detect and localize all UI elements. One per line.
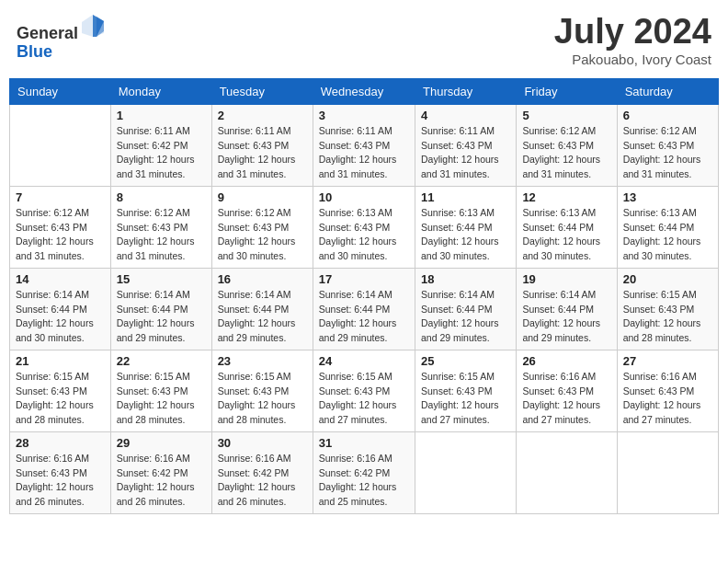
col-header-thursday: Thursday bbox=[415, 78, 516, 104]
day-info: Sunrise: 6:13 AMSunset: 6:44 PMDaylight:… bbox=[623, 207, 701, 261]
day-info: Sunrise: 6:12 AMSunset: 6:43 PMDaylight:… bbox=[218, 207, 296, 261]
day-number: 4 bbox=[421, 109, 510, 122]
location: Pakouabo, Ivory Coast bbox=[554, 52, 711, 67]
calendar-table: SundayMondayTuesdayWednesdayThursdayFrid… bbox=[9, 78, 719, 514]
day-cell: 28Sunrise: 6:16 AMSunset: 6:43 PMDayligh… bbox=[10, 431, 111, 513]
day-cell: 14Sunrise: 6:14 AMSunset: 6:44 PMDayligh… bbox=[10, 268, 111, 350]
day-cell: 11Sunrise: 6:13 AMSunset: 6:44 PMDayligh… bbox=[415, 186, 516, 268]
day-info: Sunrise: 6:16 AMSunset: 6:43 PMDaylight:… bbox=[16, 453, 94, 507]
day-cell: 16Sunrise: 6:14 AMSunset: 6:44 PMDayligh… bbox=[211, 268, 313, 350]
day-info: Sunrise: 6:15 AMSunset: 6:43 PMDaylight:… bbox=[623, 289, 701, 343]
day-info: Sunrise: 6:12 AMSunset: 6:43 PMDaylight:… bbox=[522, 125, 600, 179]
day-cell: 2Sunrise: 6:11 AMSunset: 6:43 PMDaylight… bbox=[211, 104, 313, 186]
week-row-5: 28Sunrise: 6:16 AMSunset: 6:43 PMDayligh… bbox=[10, 431, 719, 513]
day-info: Sunrise: 6:14 AMSunset: 6:44 PMDaylight:… bbox=[16, 289, 94, 343]
header-row: SundayMondayTuesdayWednesdayThursdayFrid… bbox=[10, 78, 719, 104]
day-cell: 13Sunrise: 6:13 AMSunset: 6:44 PMDayligh… bbox=[617, 186, 718, 268]
day-cell: 26Sunrise: 6:16 AMSunset: 6:43 PMDayligh… bbox=[517, 350, 617, 431]
day-info: Sunrise: 6:12 AMSunset: 6:43 PMDaylight:… bbox=[117, 207, 195, 261]
col-header-monday: Monday bbox=[110, 78, 211, 104]
day-cell bbox=[617, 431, 718, 513]
day-number: 20 bbox=[623, 272, 712, 286]
day-info: Sunrise: 6:16 AMSunset: 6:42 PMDaylight:… bbox=[117, 453, 195, 507]
day-cell: 20Sunrise: 6:15 AMSunset: 6:43 PMDayligh… bbox=[617, 268, 718, 350]
day-cell: 12Sunrise: 6:13 AMSunset: 6:44 PMDayligh… bbox=[517, 186, 617, 268]
day-number: 28 bbox=[16, 436, 105, 450]
day-number: 9 bbox=[218, 190, 307, 204]
day-info: Sunrise: 6:14 AMSunset: 6:44 PMDaylight:… bbox=[117, 289, 195, 343]
day-info: Sunrise: 6:15 AMSunset: 6:43 PMDaylight:… bbox=[421, 371, 499, 425]
day-info: Sunrise: 6:14 AMSunset: 6:44 PMDaylight:… bbox=[522, 289, 600, 343]
day-number: 11 bbox=[421, 190, 510, 204]
day-number: 10 bbox=[319, 190, 409, 204]
logo-general: General bbox=[17, 24, 78, 42]
day-info: Sunrise: 6:11 AMSunset: 6:43 PMDaylight:… bbox=[218, 125, 296, 179]
day-cell: 1Sunrise: 6:11 AMSunset: 6:42 PMDaylight… bbox=[110, 104, 211, 186]
day-cell: 31Sunrise: 6:16 AMSunset: 6:42 PMDayligh… bbox=[313, 431, 415, 513]
day-info: Sunrise: 6:15 AMSunset: 6:43 PMDaylight:… bbox=[319, 371, 397, 425]
day-info: Sunrise: 6:16 AMSunset: 6:42 PMDaylight:… bbox=[218, 453, 296, 507]
day-cell: 5Sunrise: 6:12 AMSunset: 6:43 PMDaylight… bbox=[517, 104, 617, 186]
day-cell: 9Sunrise: 6:12 AMSunset: 6:43 PMDaylight… bbox=[211, 186, 313, 268]
day-cell: 18Sunrise: 6:14 AMSunset: 6:44 PMDayligh… bbox=[415, 268, 516, 350]
day-number: 24 bbox=[319, 354, 409, 368]
day-info: Sunrise: 6:11 AMSunset: 6:43 PMDaylight:… bbox=[319, 125, 397, 179]
day-number: 17 bbox=[319, 272, 409, 286]
day-info: Sunrise: 6:14 AMSunset: 6:44 PMDaylight:… bbox=[421, 289, 499, 343]
col-header-tuesday: Tuesday bbox=[211, 78, 313, 104]
day-cell: 10Sunrise: 6:13 AMSunset: 6:43 PMDayligh… bbox=[313, 186, 415, 268]
day-info: Sunrise: 6:16 AMSunset: 6:43 PMDaylight:… bbox=[623, 371, 701, 425]
day-cell bbox=[415, 431, 516, 513]
day-number: 13 bbox=[623, 190, 712, 204]
day-number: 1 bbox=[117, 109, 206, 122]
day-number: 5 bbox=[522, 109, 610, 122]
title-block: July 2024 Pakouabo, Ivory Coast bbox=[554, 13, 711, 67]
day-cell: 6Sunrise: 6:12 AMSunset: 6:43 PMDaylight… bbox=[617, 104, 718, 186]
day-cell: 23Sunrise: 6:15 AMSunset: 6:43 PMDayligh… bbox=[211, 350, 313, 431]
col-header-sunday: Sunday bbox=[10, 78, 111, 104]
day-info: Sunrise: 6:16 AMSunset: 6:42 PMDaylight:… bbox=[319, 453, 397, 507]
day-info: Sunrise: 6:13 AMSunset: 6:43 PMDaylight:… bbox=[319, 207, 397, 261]
day-cell: 7Sunrise: 6:12 AMSunset: 6:43 PMDaylight… bbox=[10, 186, 111, 268]
day-cell: 15Sunrise: 6:14 AMSunset: 6:44 PMDayligh… bbox=[110, 268, 211, 350]
day-number: 27 bbox=[623, 354, 712, 368]
day-number: 31 bbox=[319, 436, 409, 450]
week-row-2: 7Sunrise: 6:12 AMSunset: 6:43 PMDaylight… bbox=[10, 186, 719, 268]
day-number: 26 bbox=[522, 354, 610, 368]
day-info: Sunrise: 6:11 AMSunset: 6:43 PMDaylight:… bbox=[421, 125, 499, 179]
day-number: 12 bbox=[522, 190, 610, 204]
day-number: 29 bbox=[117, 436, 206, 450]
day-number: 30 bbox=[218, 436, 307, 450]
day-info: Sunrise: 6:15 AMSunset: 6:43 PMDaylight:… bbox=[117, 371, 195, 425]
day-number: 19 bbox=[522, 272, 610, 286]
day-info: Sunrise: 6:14 AMSunset: 6:44 PMDaylight:… bbox=[319, 289, 397, 343]
day-info: Sunrise: 6:15 AMSunset: 6:43 PMDaylight:… bbox=[218, 371, 296, 425]
day-cell: 17Sunrise: 6:14 AMSunset: 6:44 PMDayligh… bbox=[313, 268, 415, 350]
day-number: 16 bbox=[218, 272, 307, 286]
day-info: Sunrise: 6:14 AMSunset: 6:44 PMDaylight:… bbox=[218, 289, 296, 343]
col-header-friday: Friday bbox=[517, 78, 617, 104]
day-cell: 8Sunrise: 6:12 AMSunset: 6:43 PMDaylight… bbox=[110, 186, 211, 268]
logo: General Blue bbox=[17, 13, 106, 62]
day-number: 18 bbox=[421, 272, 510, 286]
day-cell: 25Sunrise: 6:15 AMSunset: 6:43 PMDayligh… bbox=[415, 350, 516, 431]
day-cell: 22Sunrise: 6:15 AMSunset: 6:43 PMDayligh… bbox=[110, 350, 211, 431]
day-info: Sunrise: 6:12 AMSunset: 6:43 PMDaylight:… bbox=[623, 125, 701, 179]
day-number: 3 bbox=[319, 109, 409, 122]
day-cell: 24Sunrise: 6:15 AMSunset: 6:43 PMDayligh… bbox=[313, 350, 415, 431]
day-cell: 3Sunrise: 6:11 AMSunset: 6:43 PMDaylight… bbox=[313, 104, 415, 186]
page-header: General Blue July 2024 Pakouabo, Ivory C… bbox=[9, 9, 719, 71]
day-info: Sunrise: 6:13 AMSunset: 6:44 PMDaylight:… bbox=[421, 207, 499, 261]
col-header-wednesday: Wednesday bbox=[313, 78, 415, 104]
day-number: 21 bbox=[16, 354, 105, 368]
day-number: 7 bbox=[16, 190, 105, 204]
day-cell bbox=[517, 431, 617, 513]
day-info: Sunrise: 6:12 AMSunset: 6:43 PMDaylight:… bbox=[16, 207, 94, 261]
day-number: 14 bbox=[16, 272, 105, 286]
day-cell bbox=[10, 104, 111, 186]
month-title: July 2024 bbox=[554, 13, 711, 52]
day-info: Sunrise: 6:16 AMSunset: 6:43 PMDaylight:… bbox=[522, 371, 600, 425]
week-row-1: 1Sunrise: 6:11 AMSunset: 6:42 PMDaylight… bbox=[10, 104, 719, 186]
day-number: 2 bbox=[218, 109, 307, 122]
logo-blue: Blue bbox=[17, 42, 52, 61]
